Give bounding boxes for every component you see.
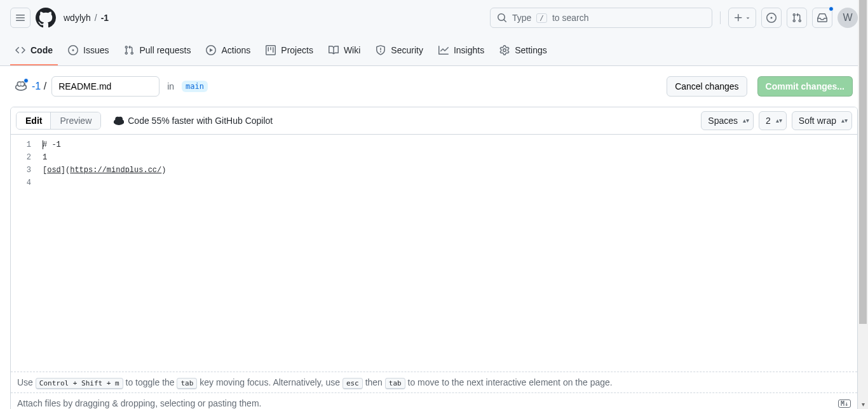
- issues-button[interactable]: [761, 8, 782, 28]
- nav-label: Wiki: [344, 45, 360, 55]
- line-gutter: 1 2 3 4: [11, 135, 43, 372]
- branch-pill[interactable]: main: [182, 81, 208, 92]
- tab-edit[interactable]: Edit: [17, 112, 51, 129]
- attach-hint-text: Attach files by dragging & dropping, sel…: [17, 398, 261, 408]
- gear-icon: [499, 45, 510, 55]
- code-line: 1: [43, 151, 166, 164]
- kbd: tab: [385, 378, 405, 389]
- github-logo-icon: [36, 8, 56, 28]
- notification-dot-icon: [829, 6, 834, 11]
- file-edit-subheader: -1 / in main Cancel changes Commit chang…: [0, 66, 868, 107]
- nav-actions[interactable]: Actions: [201, 36, 255, 65]
- kbd: tab: [177, 378, 197, 389]
- breadcrumb-separator: /: [95, 13, 97, 23]
- create-new-button[interactable]: [728, 8, 756, 28]
- search-placeholder-prefix: Type: [512, 13, 531, 23]
- nav-label: Actions: [221, 45, 250, 55]
- indent-size-select[interactable]: 2 ▴▾: [759, 111, 787, 130]
- search-input[interactable]: Type / to search: [490, 8, 712, 28]
- notifications-button[interactable]: [812, 8, 832, 28]
- repo-nav: Code Issues Pull requests Actions Projec…: [0, 36, 868, 66]
- copilot-small-icon: [114, 116, 124, 126]
- hint-text: key moving focus. Alternatively, use: [200, 377, 342, 387]
- git-pull-request-icon: [792, 13, 802, 23]
- project-icon: [266, 45, 276, 55]
- scrollbar-thumb[interactable]: [859, 0, 867, 324]
- code-editor[interactable]: 1 2 3 4 # -1 1 [osd](https://mindplus.cc…: [11, 135, 857, 372]
- updown-icon: ▴▾: [841, 117, 848, 124]
- app-header: wdylyh / -1 Type / to search W: [0, 0, 868, 36]
- issue-opened-icon: [766, 13, 776, 23]
- attach-hint-bar[interactable]: Attach files by dragging & dropping, sel…: [11, 392, 857, 409]
- updown-icon: ▴▾: [743, 117, 749, 124]
- wrap-mode-value: Soft wrap: [799, 116, 836, 126]
- nav-label: Pull requests: [139, 45, 191, 55]
- search-placeholder-suffix: to search: [552, 13, 589, 23]
- shield-icon: [376, 45, 386, 55]
- indent-size-value: 2: [766, 116, 771, 126]
- hint-text: then: [365, 377, 385, 387]
- book-icon: [329, 45, 339, 55]
- plus-icon: [733, 13, 743, 23]
- line-number: 2: [11, 151, 31, 164]
- code-line: [osd](https://mindplus.cc/): [43, 164, 166, 177]
- markdown-icon[interactable]: M↓: [838, 399, 851, 408]
- user-avatar[interactable]: W: [837, 8, 858, 28]
- file-path: -1 /: [32, 81, 46, 92]
- nav-label: Code: [31, 45, 53, 55]
- code-line: # -1: [43, 138, 166, 151]
- nav-settings[interactable]: Settings: [494, 36, 552, 65]
- cancel-changes-button[interactable]: Cancel changes: [667, 76, 747, 97]
- copilot-promo-text: Code 55% faster with GitHub Copilot: [128, 116, 273, 126]
- editor-tabs: Edit Preview: [16, 112, 101, 130]
- nav-label: Insights: [454, 45, 484, 55]
- scrollbar-down-arrow-icon[interactable]: ▾: [858, 399, 868, 409]
- nav-projects[interactable]: Projects: [261, 36, 318, 65]
- inbox-icon: [817, 13, 827, 23]
- editor: Edit Preview Code 55% faster with GitHub…: [10, 107, 858, 409]
- pull-requests-button[interactable]: [787, 8, 807, 28]
- nav-label: Projects: [281, 45, 313, 55]
- breadcrumb-repo[interactable]: -1: [101, 13, 109, 23]
- github-logo-link[interactable]: [36, 8, 56, 28]
- nav-code[interactable]: Code: [10, 36, 58, 65]
- filename-input[interactable]: [51, 76, 159, 97]
- copilot-button[interactable]: [15, 80, 27, 93]
- wrap-mode-select[interactable]: Soft wrap ▴▾: [792, 111, 852, 130]
- code-line: [43, 177, 166, 189]
- page-scrollbar[interactable]: ▾: [858, 0, 868, 409]
- tab-preview[interactable]: Preview: [51, 112, 100, 129]
- indent-mode-select[interactable]: Spaces ▴▾: [701, 111, 754, 130]
- nav-wiki[interactable]: Wiki: [323, 36, 365, 65]
- breadcrumb-owner[interactable]: wdylyh: [64, 13, 91, 23]
- path-separator: /: [44, 81, 46, 91]
- nav-issues[interactable]: Issues: [63, 36, 114, 65]
- copilot-promo[interactable]: Code 55% faster with GitHub Copilot: [114, 116, 273, 126]
- issue-icon: [68, 45, 78, 55]
- nav-pull-requests[interactable]: Pull requests: [119, 36, 196, 65]
- hamburger-button[interactable]: [10, 8, 31, 28]
- graph-icon: [438, 45, 449, 55]
- hint-text: to move to the next interactive element …: [408, 377, 613, 387]
- line-number: 3: [11, 164, 31, 177]
- copilot-dot-icon: [24, 78, 29, 83]
- commit-changes-button[interactable]: Commit changes...: [757, 76, 853, 97]
- nav-label: Issues: [83, 45, 109, 55]
- play-icon: [206, 45, 216, 55]
- search-slash-key: /: [536, 13, 547, 23]
- code-content[interactable]: # -1 1 [osd](https://mindplus.cc/): [43, 135, 166, 372]
- avatar-initial: W: [843, 12, 852, 23]
- kbd: Control + Shift + m: [36, 378, 123, 389]
- updown-icon: ▴▾: [776, 117, 782, 124]
- nav-label: Security: [391, 45, 423, 55]
- line-number: 1: [11, 138, 31, 151]
- nav-label: Settings: [515, 45, 547, 55]
- nav-security[interactable]: Security: [370, 36, 428, 65]
- nav-insights[interactable]: Insights: [433, 36, 489, 65]
- indent-mode-value: Spaces: [708, 116, 738, 126]
- pull-request-icon: [124, 45, 134, 55]
- header-breadcrumbs: wdylyh / -1: [64, 13, 109, 23]
- path-root-link[interactable]: -1: [32, 81, 41, 91]
- triangle-down-icon: [745, 15, 751, 21]
- code-icon: [15, 45, 25, 55]
